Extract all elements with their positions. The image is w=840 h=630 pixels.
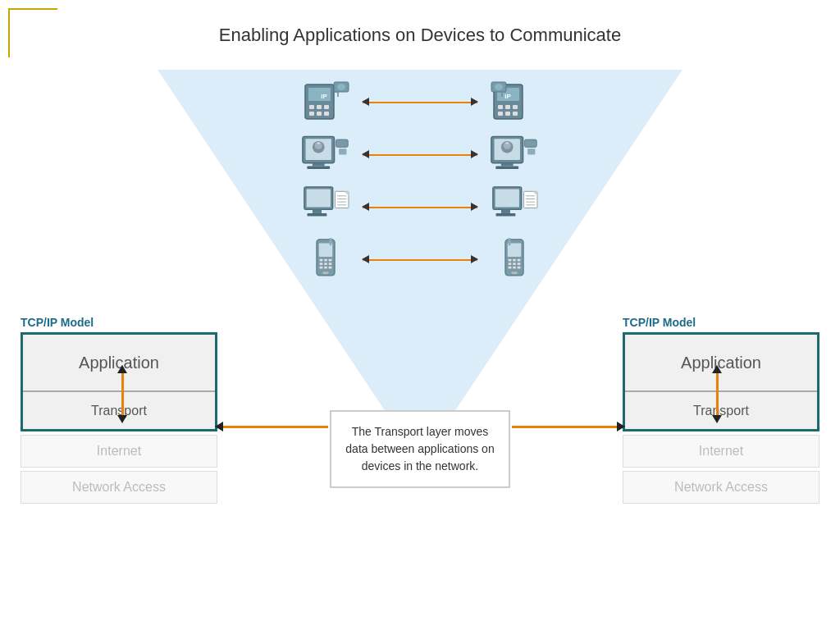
- svg-rect-80: [513, 266, 516, 268]
- svg-rect-39: [527, 148, 535, 154]
- svg-rect-64: [324, 262, 327, 265]
- right-ip-phone-icon: IP: [486, 78, 543, 127]
- svg-rect-62: [329, 258, 332, 261]
- left-horizontal-arrow: [221, 426, 328, 428]
- right-application-layer: Application: [625, 335, 817, 392]
- right-transport-layer: Transport: [625, 392, 817, 429]
- right-internet-layer: Internet: [623, 435, 819, 468]
- devices-area: IP: [158, 70, 682, 288]
- svg-rect-6: [309, 112, 314, 116]
- right-computer-icon: [486, 183, 543, 232]
- svg-rect-19: [513, 112, 518, 116]
- svg-rect-69: [322, 272, 328, 274]
- right-network-access-layer: Network Access: [623, 471, 819, 504]
- left-vertical-arrow: [121, 372, 124, 417]
- left-transport-layer: Transport: [23, 392, 215, 429]
- left-computer-icon: [297, 183, 354, 232]
- svg-rect-75: [518, 258, 521, 261]
- svg-rect-8: [324, 112, 329, 116]
- svg-rect-51: [501, 209, 510, 213]
- svg-rect-81: [518, 266, 521, 268]
- left-model: TCP/IP Model Application Transport Inter…: [21, 316, 217, 504]
- svg-rect-3: [309, 105, 314, 109]
- right-model-label: TCP/IP Model: [623, 316, 819, 329]
- video-row: [158, 130, 682, 180]
- left-application-layer: Application: [23, 335, 215, 392]
- right-horizontal-arrow: [512, 426, 619, 428]
- svg-point-26: [317, 142, 320, 144]
- svg-rect-41: [307, 189, 331, 207]
- svg-rect-78: [518, 262, 521, 265]
- svg-rect-83: [509, 238, 511, 245]
- svg-rect-18: [505, 112, 510, 116]
- svg-rect-63: [320, 262, 323, 265]
- svg-rect-61: [324, 258, 327, 261]
- svg-rect-43: [308, 212, 327, 216]
- svg-rect-29: [336, 139, 348, 147]
- svg-rect-73: [509, 258, 512, 261]
- ip-phones-row: IP: [158, 78, 682, 127]
- svg-rect-30: [339, 148, 346, 154]
- page-container: Enabling Applications on Devices to Comm…: [0, 0, 840, 630]
- svg-rect-38: [524, 139, 536, 147]
- svg-rect-5: [324, 105, 329, 109]
- left-ip-phone-icon: IP: [297, 78, 354, 127]
- svg-rect-14: [498, 105, 503, 109]
- svg-rect-65: [329, 262, 332, 265]
- svg-rect-70: [330, 238, 332, 245]
- transport-info-text: The Transport layer moves data between a…: [345, 425, 494, 472]
- left-model-label: TCP/IP Model: [21, 316, 217, 329]
- computer-row: [158, 183, 682, 232]
- svg-text:IP: IP: [321, 93, 327, 100]
- left-video-icon: [297, 130, 354, 180]
- left-internet-layer: Internet: [21, 435, 217, 468]
- svg-rect-16: [513, 105, 518, 109]
- computer-arrow: [363, 207, 477, 208]
- svg-rect-67: [324, 266, 327, 268]
- svg-rect-68: [329, 266, 332, 268]
- svg-rect-4: [317, 105, 322, 109]
- left-network-access-layer: Network Access: [21, 471, 217, 504]
- svg-rect-42: [313, 209, 322, 213]
- mobile-row: [158, 235, 682, 285]
- svg-rect-77: [513, 262, 516, 265]
- mobile-arrow: [363, 259, 477, 261]
- right-vertical-arrow: [716, 372, 719, 417]
- video-arrow: [363, 154, 477, 156]
- svg-point-21: [495, 84, 503, 90]
- svg-rect-74: [513, 258, 516, 261]
- svg-rect-82: [511, 272, 517, 274]
- phones-arrow: [363, 102, 477, 103]
- right-mobile-icon: [486, 235, 543, 285]
- svg-rect-52: [496, 212, 516, 216]
- svg-rect-7: [317, 112, 322, 116]
- svg-rect-37: [495, 166, 518, 169]
- svg-rect-1: [308, 88, 331, 101]
- transport-info-box: The Transport layer moves data between a…: [330, 410, 510, 488]
- right-model: TCP/IP Model Application Transport Inter…: [623, 316, 819, 504]
- svg-rect-76: [509, 262, 512, 265]
- svg-rect-17: [498, 112, 503, 116]
- svg-rect-50: [495, 189, 519, 207]
- svg-rect-28: [307, 166, 330, 169]
- svg-rect-27: [313, 162, 325, 166]
- svg-rect-15: [505, 105, 510, 109]
- svg-point-35: [505, 142, 509, 144]
- right-video-icon: [486, 130, 543, 180]
- svg-rect-79: [509, 266, 512, 268]
- left-mobile-icon: [297, 235, 354, 285]
- page-title: Enabling Applications on Devices to Comm…: [0, 25, 840, 46]
- svg-rect-66: [320, 266, 323, 268]
- svg-rect-36: [501, 162, 514, 166]
- svg-point-10: [337, 84, 345, 90]
- svg-text:IP: IP: [504, 93, 511, 100]
- svg-rect-60: [320, 258, 323, 261]
